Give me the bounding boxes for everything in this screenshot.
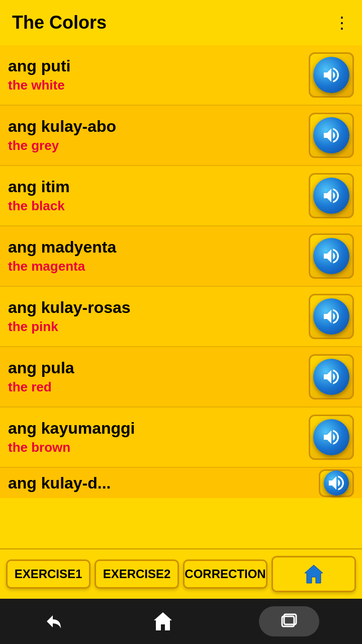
sound-circle-1 xyxy=(313,117,349,153)
sound-circle-2 xyxy=(313,178,349,214)
exercise2-button[interactable]: EXERCISE2 xyxy=(95,559,179,589)
sound-button-2[interactable] xyxy=(309,173,354,218)
home-button[interactable] xyxy=(272,556,356,592)
word-filipino-2: ang itim xyxy=(8,178,70,196)
word-text-4: ang kulay-rosas the pink xyxy=(8,298,131,335)
bottom-nav-bar: EXERCISE1 EXERCISE2 CORRECTION xyxy=(0,548,362,599)
sound-button-4[interactable] xyxy=(309,294,354,339)
svg-marker-1 xyxy=(154,612,172,630)
sound-button-1[interactable] xyxy=(309,113,354,158)
home-icon xyxy=(303,563,325,585)
sound-circle-5 xyxy=(313,359,349,395)
word-text-2: ang itim the black xyxy=(8,178,70,214)
back-button[interactable] xyxy=(43,609,67,633)
word-text-5: ang pula the red xyxy=(8,359,74,395)
sound-circle-0 xyxy=(313,57,349,93)
sound-button-partial[interactable] xyxy=(319,469,354,497)
system-home-button[interactable] xyxy=(152,610,174,632)
word-english-2: the black xyxy=(8,198,70,214)
list-item: ang kulay-abo the grey xyxy=(0,106,362,166)
word-text-6: ang kayumanggi the brown xyxy=(8,419,135,455)
header: The Colors ⋮ xyxy=(0,0,362,45)
word-english-3: the magenta xyxy=(8,259,116,274)
word-english-6: the brown xyxy=(8,440,135,455)
recents-button[interactable] xyxy=(259,606,319,636)
list-item: ang kulay-rosas the pink xyxy=(0,287,362,347)
list-item: ang kayumanggi the brown xyxy=(0,408,362,468)
word-text-3: ang madyenta the magenta xyxy=(8,238,116,274)
word-english-4: the pink xyxy=(8,319,131,335)
sound-circle-6 xyxy=(313,419,349,455)
word-list: ang puti the white ang kulay-abo the gre… xyxy=(0,45,362,548)
word-filipino-5: ang pula xyxy=(8,359,74,377)
word-filipino-0: ang puti xyxy=(8,57,70,75)
sound-button-0[interactable] xyxy=(309,52,354,98)
sound-circle-4 xyxy=(313,298,349,335)
exercise1-button[interactable]: EXERCISE1 xyxy=(6,559,90,589)
word-filipino-partial: ang kulay-d... xyxy=(8,474,111,493)
word-text-0: ang puti the white xyxy=(8,57,70,93)
word-text-1: ang kulay-abo the grey xyxy=(8,117,116,153)
svg-marker-0 xyxy=(305,565,323,583)
list-item: ang puti the white xyxy=(0,45,362,106)
list-item: ang itim the black xyxy=(0,166,362,226)
list-item: ang madyenta the magenta xyxy=(0,226,362,287)
page-title: The Colors xyxy=(12,12,107,33)
sound-button-3[interactable] xyxy=(309,233,354,279)
word-filipino-1: ang kulay-abo xyxy=(8,117,116,136)
correction-button[interactable]: CORRECTION xyxy=(183,559,267,589)
word-filipino-6: ang kayumanggi xyxy=(8,419,135,438)
word-filipino-4: ang kulay-rosas xyxy=(8,298,131,317)
sound-button-5[interactable] xyxy=(309,354,354,399)
system-nav-bar xyxy=(0,599,362,644)
list-item: ang pula the red xyxy=(0,347,362,408)
sound-button-6[interactable] xyxy=(309,415,354,460)
sound-circle-3 xyxy=(313,238,349,274)
word-english-1: the grey xyxy=(8,138,116,153)
menu-icon[interactable]: ⋮ xyxy=(334,13,350,32)
sound-circle-partial xyxy=(324,470,349,496)
list-item-partial: ang kulay-d... xyxy=(0,468,362,498)
word-english-5: the red xyxy=(8,379,74,395)
word-english-0: the white xyxy=(8,77,70,93)
word-filipino-3: ang madyenta xyxy=(8,238,116,257)
